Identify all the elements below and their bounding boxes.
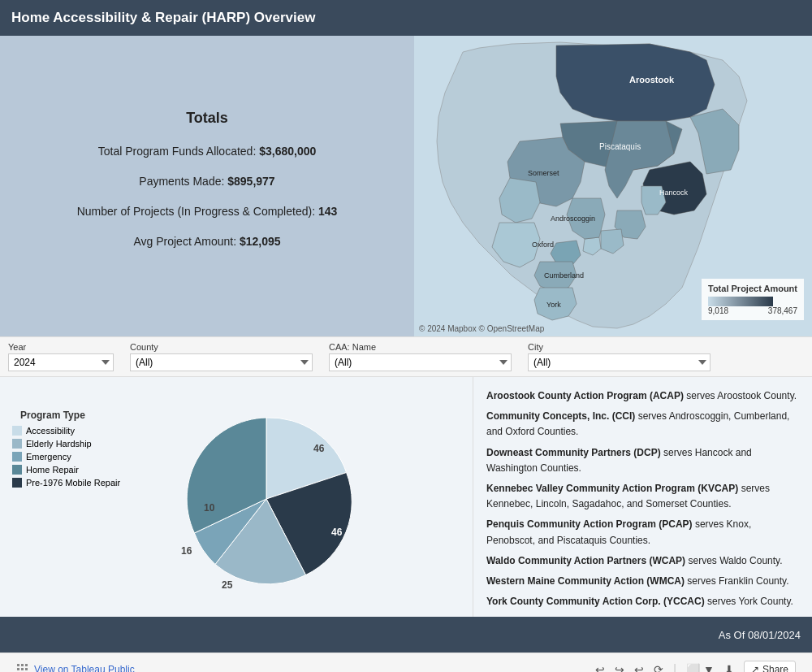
acap-bold: Aroostook County Action Program (ACAP) xyxy=(486,390,684,401)
county-filter-label: County xyxy=(130,342,313,352)
home-repair-swatch xyxy=(12,465,22,475)
legend-item-pre1976: Pre-1976 Mobile Repair xyxy=(12,478,120,488)
info-line-wmca: Western Maine Community Action (WMCA) se… xyxy=(486,574,799,589)
emergency-label: Emergency xyxy=(26,452,71,462)
pre1976-value: 46 xyxy=(331,527,343,538)
pre1976-label: Pre-1976 Mobile Repair xyxy=(26,478,120,488)
hancock-label: Hancock xyxy=(659,189,689,197)
caa-filter-group: CAA: Name (All) xyxy=(329,342,512,371)
pcap-bold: Penquis Community Action Program (PCAP) xyxy=(486,518,693,530)
accessibility-label: Accessibility xyxy=(26,426,75,436)
wmca-rest: serves Franklin County. xyxy=(685,575,789,587)
accessibility-value: 46 xyxy=(313,443,325,454)
year-filter-label: Year xyxy=(8,342,114,352)
year-filter-group: Year 2024 xyxy=(8,342,114,371)
accessibility-swatch xyxy=(12,426,22,436)
yccac-bold: York County Community Action Corp. (YCCA… xyxy=(486,596,705,607)
avg-row: Avg Project Amount: $12,095 xyxy=(133,233,280,250)
elderly-value: 25 xyxy=(222,579,233,591)
caa-filter-label: CAA: Name xyxy=(329,342,512,352)
share-button[interactable]: ↗ Share xyxy=(744,661,796,673)
oxford-label: Oxford xyxy=(532,241,554,249)
program-funds-value: $3,680,000 xyxy=(259,145,316,158)
caa-filter-select[interactable]: (All) xyxy=(329,353,512,371)
aroostook-label: Aroostook xyxy=(629,75,675,85)
piscataquis-label: Piscataquis xyxy=(599,142,641,151)
svg-rect-6 xyxy=(25,668,28,670)
avg-value: $12,095 xyxy=(240,235,281,248)
program-funds-label: Total Program Funds Allocated: xyxy=(98,145,257,158)
year-filter-select[interactable]: 2024 xyxy=(8,353,114,371)
emergency-swatch xyxy=(12,452,22,462)
bottom-area: Program Type Accessibility Elderly Hards… xyxy=(0,377,812,617)
redo-button[interactable]: ↪ xyxy=(615,663,624,673)
svg-rect-4 xyxy=(17,668,19,670)
page-header: Home Accessibility & Repair (HARP) Overv… xyxy=(0,0,812,36)
legend-title: Total Project Amount xyxy=(708,284,797,293)
kvcap-bold: Kennebec Valley Community Action Program… xyxy=(486,483,738,494)
city-filter-select[interactable]: (All) xyxy=(528,353,710,371)
main-content-area: Totals Total Program Funds Allocated: $3… xyxy=(0,36,812,336)
info-line-dcp: Downeast Community Partners (DCP) serves… xyxy=(486,445,799,476)
projects-value: 143 xyxy=(318,205,337,218)
androscoggin-label: Androscoggin xyxy=(551,215,595,223)
legend-min: 9,018 xyxy=(708,306,728,315)
cumberland-label: Cumberland xyxy=(544,271,584,280)
tableau-icon xyxy=(16,663,29,673)
chart-container: Program Type Accessibility Elderly Hards… xyxy=(8,385,464,605)
projects-row: Number of Projects (In Progress & Comple… xyxy=(77,203,338,220)
tableau-bar: View on Tableau Public ↩ ↪ ↩ ⟳ | ⬜ ▼ ⬇ ↗… xyxy=(0,652,812,672)
pause-button[interactable]: ⟳ xyxy=(654,663,663,673)
york-label: York xyxy=(546,301,561,309)
undo-button[interactable]: ↩ xyxy=(595,663,605,673)
legend-gradient xyxy=(708,297,773,306)
avg-label: Avg Project Amount: xyxy=(133,235,236,248)
download-button[interactable]: ⬇ xyxy=(724,663,734,673)
page-title: Home Accessibility & Repair (HARP) Overv… xyxy=(11,10,315,26)
payments-row: Payments Made: $895,977 xyxy=(139,173,274,190)
map-attribution: © 2024 Mapbox © OpenStreetMap xyxy=(419,324,544,333)
info-line-wcap: Waldo Community Action Partners (WCAP) s… xyxy=(486,553,799,569)
acap-rest: serves Aroostook County. xyxy=(684,390,797,401)
map-legend: Total Project Amount 9,018 378,467 xyxy=(702,279,804,320)
totals-panel: Totals Total Program Funds Allocated: $3… xyxy=(0,36,414,336)
payments-value: $895,977 xyxy=(227,175,274,188)
info-line-kvcap: Kennebec Valley Community Action Program… xyxy=(486,481,799,512)
chart-title: Program Type xyxy=(20,410,120,421)
info-panel: Aroostook County Action Program (ACAP) s… xyxy=(473,377,812,617)
pre1976-swatch xyxy=(12,478,22,488)
payments-label: Payments Made: xyxy=(139,175,224,188)
device-button[interactable]: ⬜ ▼ xyxy=(686,663,715,673)
pie-chart: 46 46 25 16 10 xyxy=(136,385,396,605)
cci-bold: Community Concepts, Inc. (CCI) xyxy=(486,410,635,422)
county-filter-group: County (All) xyxy=(130,342,313,371)
city-filter-group: City (All) xyxy=(528,342,710,371)
yccac-rest: serves York County. xyxy=(705,596,793,607)
legend-max: 378,467 xyxy=(768,306,797,315)
homerepair-value: 10 xyxy=(204,502,215,514)
info-line-pcap: Penquis Community Action Program (PCAP) … xyxy=(486,517,799,548)
view-tableau-label: View on Tableau Public xyxy=(34,664,135,673)
view-on-tableau[interactable]: View on Tableau Public xyxy=(16,663,135,673)
city-filter-label: City xyxy=(528,342,710,352)
legend-item-accessibility: Accessibility xyxy=(12,426,120,436)
svg-rect-2 xyxy=(21,664,24,666)
chart-panel: Program Type Accessibility Elderly Hards… xyxy=(0,377,473,617)
county-filter-select[interactable]: (All) xyxy=(130,353,313,371)
svg-rect-1 xyxy=(17,664,19,666)
wcap-rest: serves Waldo County. xyxy=(685,555,782,566)
tableau-controls: ↩ ↪ ↩ ⟳ | ⬜ ▼ ⬇ ↗ Share xyxy=(595,661,796,673)
legend-item-elderly-hardship: Elderly Hardship xyxy=(12,439,120,449)
footer-date: As Of 08/01/2024 xyxy=(719,629,801,641)
info-line-acap: Aroostook County Action Program (ACAP) s… xyxy=(486,388,799,404)
share-label: Share xyxy=(762,664,788,673)
legend-item-emergency: Emergency xyxy=(12,452,120,462)
page-footer: As Of 08/01/2024 xyxy=(0,617,812,652)
elderly-hardship-label: Elderly Hardship xyxy=(26,439,92,449)
dcp-bold: Downeast Community Partners (DCP) xyxy=(486,447,661,458)
svg-rect-3 xyxy=(25,664,28,666)
elderly-hardship-swatch xyxy=(12,439,22,449)
legend-item-home-repair: Home Repair xyxy=(12,465,120,475)
revert-button[interactable]: ↩ xyxy=(634,663,644,673)
info-line-yccac: York County Community Action Corp. (YCCA… xyxy=(486,594,799,609)
